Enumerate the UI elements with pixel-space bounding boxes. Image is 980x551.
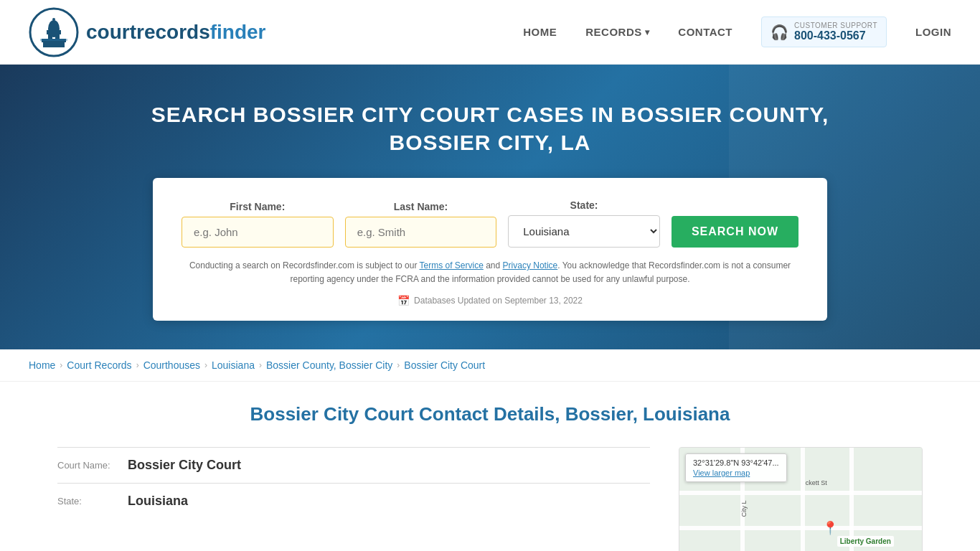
breadcrumb-court-records[interactable]: Court Records — [67, 359, 131, 371]
search-button[interactable]: SEARCH NOW — [672, 216, 798, 248]
privacy-link[interactable]: Privacy Notice — [503, 260, 558, 270]
terms-link[interactable]: Terms of Service — [420, 260, 484, 270]
svg-point-9 — [52, 18, 55, 21]
breadcrumb: Home › Court Records › Courthouses › Lou… — [0, 349, 980, 382]
hero-content: SEARCH BOSSIER CITY COURT CASES IN BOSSI… — [146, 100, 834, 321]
nav-records[interactable]: RECORDS ▾ — [585, 26, 649, 38]
court-name-row: Court Name: Bossier City Court — [57, 447, 650, 483]
site-header: courtrecordsfinder HOME RECORDS ▾ CONTAC… — [0, 0, 980, 65]
last-name-group: Last Name: — [345, 201, 497, 248]
disclaimer-text: Conducting a search on Recordsfinder.com… — [182, 259, 798, 286]
breadcrumb-courthouses[interactable]: Courthouses — [143, 359, 200, 371]
breadcrumb-sep-3: › — [204, 360, 207, 370]
view-larger-map-link[interactable]: View larger map — [693, 468, 779, 477]
last-name-label: Last Name: — [345, 201, 497, 212]
breadcrumb-sep-5: › — [397, 360, 400, 370]
breadcrumb-bossier-county[interactable]: Bossier County, Bossier City — [266, 359, 392, 371]
logo[interactable]: courtrecordsfinder — [29, 7, 266, 57]
last-name-input[interactable] — [345, 217, 497, 248]
breadcrumb-sep-2: › — [136, 360, 139, 370]
state-group: State: AlabamaAlaskaArizonaArkansasCalif… — [508, 199, 660, 248]
svg-rect-10 — [40, 39, 67, 41]
first-name-input[interactable] — [182, 217, 334, 248]
login-button[interactable]: LOGIN — [915, 26, 951, 38]
state-label: State: — [508, 199, 660, 211]
section-title: Bossier City Court Contact Details, Boss… — [57, 403, 923, 425]
state-select[interactable]: AlabamaAlaskaArizonaArkansasCaliforniaCo… — [508, 215, 660, 248]
main-content: Bossier City Court Contact Details, Boss… — [0, 382, 980, 551]
breadcrumb-sep-1: › — [60, 360, 62, 370]
headset-icon: 🎧 — [771, 24, 788, 41]
hero-section: SEARCH BOSSIER CITY COURT CASES IN BOSSI… — [0, 65, 980, 349]
breadcrumb-sep-4: › — [259, 360, 262, 370]
support-number: 800-433-0567 — [794, 29, 877, 42]
search-form: First Name: Last Name: State: AlabamaAla… — [153, 178, 827, 321]
support-label: CUSTOMER SUPPORT — [794, 22, 877, 29]
first-name-label: First Name: — [182, 201, 334, 212]
search-row: First Name: Last Name: State: AlabamaAla… — [182, 199, 798, 248]
chevron-down-icon: ▾ — [645, 27, 650, 37]
first-name-group: First Name: — [182, 201, 334, 248]
breadcrumb-louisiana[interactable]: Louisiana — [212, 359, 255, 371]
hero-title: SEARCH BOSSIER CITY COURT CASES IN BOSSI… — [146, 100, 834, 156]
support-block[interactable]: 🎧 CUSTOMER SUPPORT 800-433-0567 — [761, 17, 887, 47]
court-name-value: Bossier City Court — [128, 458, 241, 473]
court-details-left: Court Name: Bossier City Court State: Lo… — [57, 447, 650, 519]
calendar-icon: 📅 — [397, 295, 410, 306]
map-info-box: 32°31'29.8"N 93°42'47... View larger map — [685, 453, 787, 482]
state-label-detail: State: — [57, 496, 122, 507]
nav-contact[interactable]: CONTACT — [678, 26, 732, 38]
logo-icon — [29, 7, 79, 57]
court-name-label: Court Name: — [57, 460, 122, 471]
street-label-2: City L — [740, 500, 747, 517]
db-updated: 📅 Databases Updated on September 13, 202… — [182, 295, 798, 306]
map-marker: 📍 — [822, 520, 838, 536]
nav-home[interactable]: HOME — [523, 26, 557, 38]
svg-rect-6 — [60, 34, 62, 39]
svg-rect-4 — [45, 34, 48, 39]
state-value: Louisiana — [128, 494, 188, 509]
svg-rect-1 — [43, 42, 65, 47]
street-label-1: ckett St — [806, 479, 827, 486]
court-details-layout: Court Name: Bossier City Court State: Lo… — [57, 447, 923, 551]
breadcrumb-home[interactable]: Home — [29, 359, 55, 371]
main-nav: HOME RECORDS ▾ CONTACT 🎧 CUSTOMER SUPPOR… — [523, 17, 951, 47]
map-container: ckett St City L 📍 Liberty Garden 32°31'2… — [679, 447, 923, 551]
liberty-garden-label: Liberty Garden — [837, 536, 894, 547]
map-coords: 32°31'29.8"N 93°42'47... — [693, 458, 779, 467]
breadcrumb-current: Bossier City Court — [404, 359, 485, 371]
map-box: ckett St City L 📍 Liberty Garden 32°31'2… — [679, 447, 923, 551]
logo-text: courtrecordsfinder — [86, 21, 266, 44]
state-row: State: Louisiana — [57, 483, 650, 519]
